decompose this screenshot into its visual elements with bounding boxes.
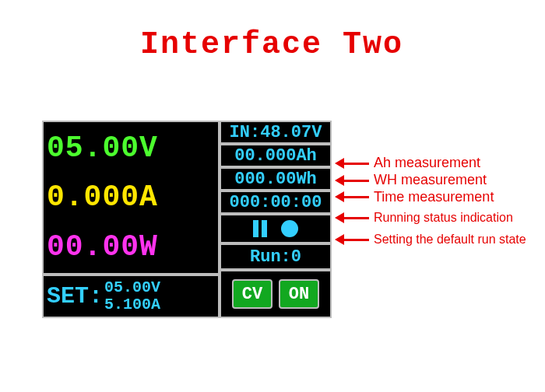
cv-badge: CV: [232, 279, 272, 309]
annotation-ah-text: Ah measurement: [374, 156, 480, 171]
annotations: Ah measurement WH measurement Time measu…: [335, 140, 545, 248]
wh-reading: 000.00Wh: [220, 167, 332, 191]
annotation-status-text: Running status indication: [374, 211, 513, 225]
arrow-icon: [335, 233, 369, 246]
on-badge: ON: [279, 279, 319, 309]
device-screen: 05.00V 0.000A 00.00W SET: 05.00V 5.100A …: [42, 121, 332, 318]
annotation-run: Setting the default run state: [335, 233, 545, 247]
record-icon: [281, 220, 298, 237]
set-current: 5.100A: [104, 296, 160, 313]
output-voltage: 05.00V: [47, 131, 215, 165]
pause-icon: [253, 220, 267, 237]
set-row: SET: 05.00V 5.100A: [42, 275, 220, 318]
output-power: 00.00W: [47, 230, 215, 264]
annotation-run-text: Setting the default run state: [374, 233, 526, 247]
set-label: SET:: [47, 283, 103, 310]
annotation-wh-text: WH measurement: [374, 173, 487, 188]
annotation-time: Time measurement: [335, 190, 545, 205]
page-title: Interface Two: [140, 27, 403, 62]
output-current: 0.000A: [47, 180, 215, 214]
annotation-wh: WH measurement: [335, 173, 545, 188]
annotation-ah: Ah measurement: [335, 156, 545, 171]
right-column: IN:48.07V 00.000Ah 000.00Wh 000:00:00 Ru…: [220, 121, 332, 318]
annotation-status: Running status indication: [335, 211, 545, 225]
set-values: 05.00V 5.100A: [104, 279, 160, 313]
mode-indicators: CV ON: [220, 270, 332, 318]
time-reading: 000:00:00: [220, 191, 332, 214]
ah-reading: 00.000Ah: [220, 144, 332, 167]
input-voltage: IN:48.07V: [220, 121, 332, 144]
arrow-icon: [335, 174, 369, 187]
arrow-icon: [335, 212, 369, 224]
annotation-time-text: Time measurement: [374, 190, 494, 205]
left-column: 05.00V 0.000A 00.00W SET: 05.00V 5.100A: [42, 121, 220, 318]
set-voltage: 05.00V: [104, 279, 160, 296]
run-state: Run:0: [220, 243, 332, 270]
arrow-icon: [335, 191, 369, 203]
main-readouts: 05.00V 0.000A 00.00W: [42, 121, 220, 275]
arrow-icon: [335, 157, 369, 170]
running-status: [220, 214, 332, 243]
